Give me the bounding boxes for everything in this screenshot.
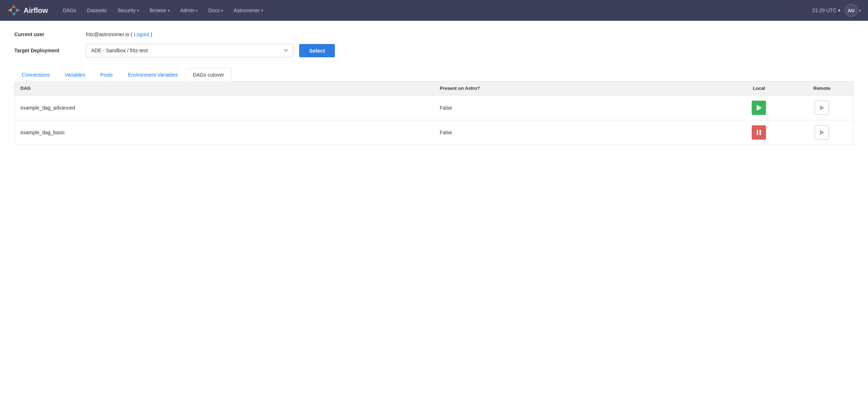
- dag-local-1: [727, 96, 790, 120]
- play-outline-icon-2: [820, 130, 824, 135]
- current-user-value: fritz@astronomer.io ( Logout ): [86, 32, 152, 37]
- avatar[interactable]: AU: [845, 4, 858, 17]
- dag-present-1: False: [434, 96, 727, 120]
- security-caret-icon: ▾: [137, 9, 139, 13]
- svg-marker-0: [14, 4, 16, 8]
- browse-caret-icon: ▾: [168, 9, 170, 13]
- local-play-button-1[interactable]: [752, 101, 766, 115]
- svg-marker-6: [8, 8, 12, 10]
- navbar: Airflow DAGs Datasets Security ▾ Browse …: [0, 0, 868, 21]
- nav-item-admin[interactable]: Admin ▾: [176, 5, 202, 16]
- dag-local-2: [727, 120, 790, 145]
- dag-name-2: example_dag_basic: [15, 120, 434, 145]
- nav-time[interactable]: 21:29 UTC ▾: [812, 8, 840, 13]
- svg-marker-2: [16, 10, 20, 13]
- svg-marker-1: [12, 4, 14, 8]
- astronomer-caret-icon: ▾: [261, 9, 263, 13]
- nav-item-browse[interactable]: Browse ▾: [145, 5, 174, 16]
- play-icon-1: [757, 105, 762, 111]
- nav-item-datasets[interactable]: Datasets: [83, 5, 111, 16]
- table-header-row: DAG Present on Astro? Local Remote: [15, 81, 853, 96]
- dags-table: DAG Present on Astro? Local Remote examp…: [15, 81, 853, 145]
- local-pause-button-2[interactable]: [752, 125, 766, 140]
- tab-environment-variables[interactable]: Environment Variables: [120, 68, 185, 81]
- time-caret-icon: ▾: [838, 8, 840, 13]
- nav-item-docs[interactable]: Docs ▾: [204, 5, 227, 16]
- logout-link[interactable]: Logout: [134, 32, 149, 37]
- current-user-label: Current user: [14, 32, 86, 37]
- svg-point-8: [13, 9, 15, 12]
- nav-links: DAGs Datasets Security ▾ Browse ▾ Admin …: [59, 5, 813, 16]
- dag-remote-1: [790, 96, 853, 120]
- pause-icon-2: [757, 130, 761, 135]
- tab-connections[interactable]: Connections: [14, 68, 57, 81]
- tab-pools[interactable]: Pools: [93, 68, 120, 81]
- brand-logo[interactable]: Airflow: [7, 4, 48, 17]
- table-row: example_dag_advanced False: [15, 96, 853, 120]
- target-deployment-label: Target Deployment: [14, 48, 86, 53]
- svg-marker-5: [14, 13, 16, 16]
- dag-remote-2: [790, 120, 853, 145]
- col-header-remote: Remote: [790, 81, 853, 96]
- col-header-dag: DAG: [15, 81, 434, 96]
- main-content: Current user fritz@astronomer.io ( Logou…: [0, 21, 868, 156]
- deployment-select[interactable]: ADE - Sandbox / fritz-test: [86, 44, 293, 57]
- remote-play-button-2[interactable]: [815, 125, 829, 140]
- admin-caret-icon: ▾: [196, 9, 198, 13]
- current-user-row: Current user fritz@astronomer.io ( Logou…: [14, 32, 854, 37]
- svg-marker-7: [8, 10, 12, 13]
- col-header-local: Local: [727, 81, 790, 96]
- nav-right: 21:29 UTC ▾ AU ▾: [812, 4, 861, 17]
- col-header-present: Present on Astro?: [434, 81, 727, 96]
- tab-dags-cutover[interactable]: DAGs cutover: [185, 68, 231, 81]
- nav-avatar-dropdown[interactable]: AU ▾: [845, 4, 861, 17]
- remote-play-button-1[interactable]: [815, 101, 829, 115]
- dag-name-1: example_dag_advanced: [15, 96, 434, 120]
- tab-variables[interactable]: Variables: [57, 68, 93, 81]
- brand-name: Airflow: [24, 6, 48, 15]
- avatar-caret-icon: ▾: [859, 9, 861, 13]
- select-button[interactable]: Select: [299, 44, 335, 57]
- svg-marker-4: [12, 13, 14, 16]
- deployment-row: Target Deployment ADE - Sandbox / fritz-…: [14, 44, 854, 57]
- table-row: example_dag_basic False: [15, 120, 853, 145]
- docs-caret-icon: ▾: [221, 9, 223, 13]
- nav-item-astronomer[interactable]: Astronomer ▾: [229, 5, 267, 16]
- table-container: DAG Present on Astro? Local Remote examp…: [14, 81, 854, 145]
- play-outline-icon-1: [820, 105, 824, 110]
- dag-present-2: False: [434, 120, 727, 145]
- tabs: Connections Variables Pools Environment …: [14, 68, 854, 81]
- nav-item-dags[interactable]: DAGs: [59, 5, 81, 16]
- svg-marker-3: [16, 8, 20, 10]
- nav-item-security[interactable]: Security ▾: [113, 5, 143, 16]
